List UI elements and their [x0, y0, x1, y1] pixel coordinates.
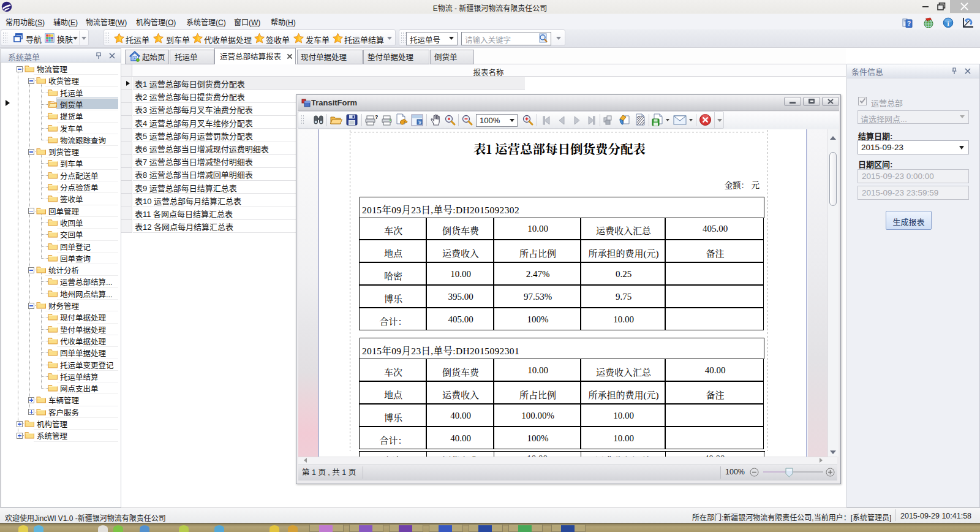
- svg-text:i: i: [947, 20, 949, 27]
- svg-text:?: ?: [907, 20, 911, 27]
- svg-text:?: ?: [375, 114, 378, 120]
